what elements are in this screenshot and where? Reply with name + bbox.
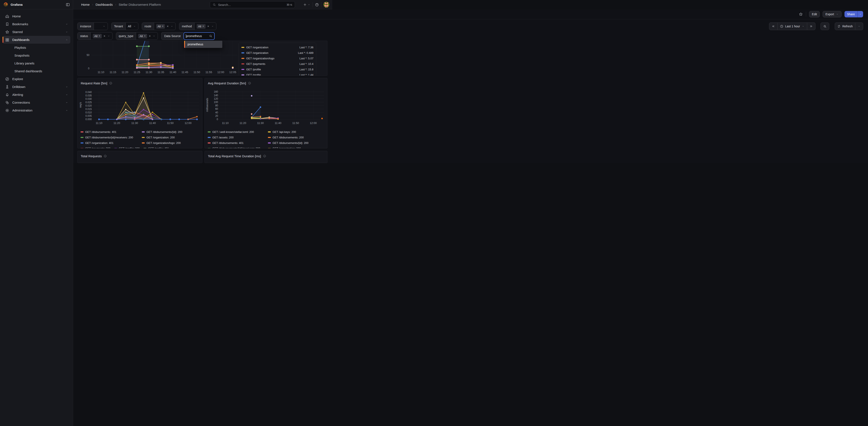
filter-query_type[interactable]: query_typeAll×× [116,32,158,40]
filter-clear-icon[interactable]: × [208,25,209,28]
legend-series-label: GET /profile: 200 [119,147,140,148]
filter-value-chip[interactable]: All× [93,34,101,38]
sidebar-nav: HomeBookmarksStarredDashboardsPlaylistsS… [0,9,73,163]
filter-method[interactable]: methodAll×× [179,23,216,30]
sidebar-item-home[interactable]: Home [3,12,70,20]
legend-series-marker [268,148,271,148]
breadcrumb-home[interactable]: Home [81,3,90,6]
legend-series-marker [268,143,271,144]
sidebar-item-starred[interactable]: Starred [3,28,70,36]
svg-text:11:40: 11:40 [169,70,176,74]
legend-series-marker [268,131,271,132]
sidebar-item-library-panels[interactable]: Library panels [3,59,70,67]
chevron-right-icon [115,3,117,6]
filter-clear-icon[interactable]: × [104,34,105,38]
svg-text:0.035: 0.035 [85,94,92,97]
help-button[interactable] [315,3,319,7]
svg-text:140: 140 [214,94,218,97]
legend-item[interactable]: GET /disbursements/{id}/receivers: 200 [81,134,138,140]
chip-remove-icon[interactable]: × [144,35,146,37]
filter-tenant[interactable]: TenantAll [111,23,138,30]
legend-series-marker [208,148,211,148]
sidebar-item-label: Connections [12,101,62,104]
legend-item[interactable]: GET /disbursements: 401 [208,140,264,146]
brand-name: Grafana [10,3,23,6]
info-icon[interactable] [263,154,266,158]
legend-item[interactable]: GET /assets: 200 [208,134,264,140]
legend-item[interactable]: GET /disbursements/{id}/receivers: 200 [208,146,264,148]
legend-item[interactable]: GET /organization/logoLast *: 5.07 [241,56,313,61]
chip-remove-icon[interactable]: × [162,25,163,28]
sidebar-item-snapshots[interactable]: Snapshots [3,52,70,59]
sidebar-item-administration[interactable]: Administration [3,106,70,114]
svg-text:11:50: 11:50 [167,121,174,125]
chip-remove-icon[interactable]: × [203,25,204,28]
request-rate-chart[interactable]: 0.0000.0050.0100.0150.0200.0250.0300.035… [78,88,202,129]
filter-instance[interactable]: instance [78,23,108,30]
legend-item[interactable]: GET /organization/logo: 200 [142,140,199,146]
sidebar-item-explore[interactable]: Explore [3,75,70,83]
svg-text:0.030: 0.030 [85,97,92,100]
legend-item[interactable]: GET /payments: 200 [81,146,111,148]
legend-item[interactable]: GET /disbursements/{id}: 200 [268,140,324,146]
legend-item[interactable]: GET /profileLast *: 15.8 [241,66,313,72]
svg-text:0.025: 0.025 [85,101,92,104]
sidebar-item-label: Playlists [14,46,68,50]
legend-series-label: GET /disbursements/{id}: 200 [147,130,182,133]
panel-title: Total Avg Request Time Duration [ms] [208,154,261,158]
filter-value-chip[interactable]: All× [197,24,205,29]
legend-item[interactable]: GET /profileLast *: 1.44 [241,72,313,76]
filter-status[interactable]: statusAll×× [78,32,113,40]
legend-series-label: GET /organization [246,46,298,49]
legend-series-marker [241,52,244,53]
svg-text:11:10: 11:10 [222,121,229,125]
svg-text:0.015: 0.015 [85,108,92,111]
legend-series-label: GET /disbursements/{id}: 200 [273,141,309,145]
legend-item[interactable]: GET /profile: 401 [144,146,169,148]
legend-series-value: Last *: 7.36 [300,46,313,49]
sidebar-item-dashboards[interactable]: Dashboards [3,36,70,44]
chevron-down-icon [133,25,136,28]
svg-text:11:10: 11:10 [97,70,104,74]
legend-item[interactable]: GET /disbursements/{id}: 200 [142,129,199,134]
svg-text:11:35: 11:35 [157,70,164,74]
chip-remove-icon[interactable]: × [99,35,100,37]
info-icon[interactable] [248,82,251,85]
legend-item[interactable]: GET /disbursements: 200 [268,134,324,140]
filter-value-chip[interactable]: All× [138,34,147,38]
sidebar-item-shared-dashboards[interactable]: Shared dashboards [3,67,70,75]
sidebar-item-drilldown[interactable]: Drilldown [3,83,70,91]
avg-duration-chart[interactable]: 02040608010012014016011:1011:2011:3011:4… [205,88,327,129]
datasource-input[interactable]: prometheus [184,32,215,40]
legend-item[interactable]: GET /organizationLast *: 7.36 [241,44,313,50]
legend-item[interactable]: GET /organization: 401 [81,140,138,146]
legend-item[interactable]: GET /.well-known/stellar.toml: 200 [208,129,264,134]
legend-item[interactable]: GET /organizationLast *: 0.489 [241,50,313,56]
filter-clear-icon[interactable]: × [149,34,151,38]
legend-item[interactable]: GET /disbursements: 401 [81,129,138,134]
dropdown-option-prometheus[interactable]: prometheus [185,41,222,48]
legend-item[interactable]: GET /organization: 200 [268,146,324,148]
filter-value-chip[interactable]: All× [156,24,165,29]
legend-series-marker [268,137,271,138]
legend-series-label: GET /payments [246,62,298,65]
plug-icon [5,100,9,105]
sidebar-item-playlists[interactable]: Playlists [3,44,70,52]
sidebar-item-bookmarks[interactable]: Bookmarks [3,20,70,28]
legend-item[interactable]: GET /organization: 200 [142,134,199,140]
sidebar-item-connections[interactable]: Connections [3,98,70,106]
breadcrumb-dashboards[interactable]: Dashboards [96,3,113,6]
info-icon[interactable] [104,154,107,158]
legend-series-label: GET /assets: 200 [212,136,234,139]
sidebar-item-alerting[interactable]: Alerting [3,91,70,98]
add-button[interactable] [303,3,310,6]
legend-item[interactable]: GET /api-keys: 200 [268,129,324,134]
info-icon[interactable] [109,82,112,85]
search-input[interactable]: Search... ⌘+k [210,1,295,8]
sidebar-toggle-icon[interactable] [66,3,70,7]
legend-item[interactable]: GET /paymentsLast *: 10.4 [241,61,313,66]
filter-route[interactable]: routeAll×× [142,23,176,30]
avatar[interactable] [323,2,329,8]
filter-clear-icon[interactable]: × [167,25,168,28]
legend-item[interactable]: GET /profile: 200 [114,146,140,148]
